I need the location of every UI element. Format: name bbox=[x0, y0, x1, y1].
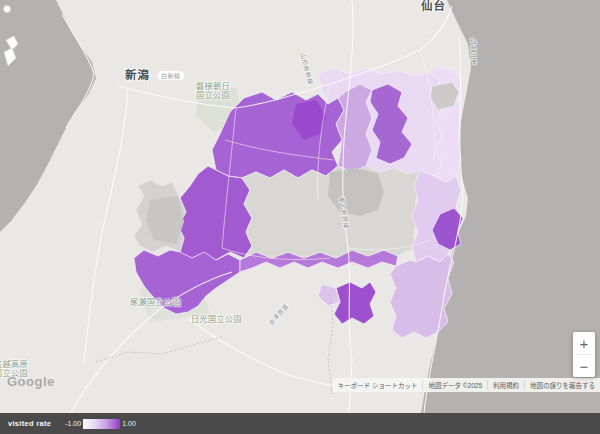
legend-gradient bbox=[83, 419, 120, 429]
map-data-copyright: 地図データ ©2025 bbox=[422, 380, 487, 390]
attribution-bar: キーボード ショートカット 地図データ ©2025 利用規約 地図の誤りを報告す… bbox=[333, 378, 600, 392]
zoom-out-button[interactable]: − bbox=[573, 355, 595, 377]
island-dot bbox=[4, 6, 11, 13]
zoom-in-button[interactable]: + bbox=[573, 332, 595, 354]
google-logo[interactable]: Google bbox=[7, 374, 55, 389]
legend-min-value: -1.00 bbox=[65, 420, 81, 427]
map-art bbox=[0, 0, 600, 413]
keyboard-shortcuts-link[interactable]: キーボード ショートカット bbox=[333, 380, 423, 390]
legend-max-value: 1.00 bbox=[122, 420, 136, 427]
region-se-bright[interactable] bbox=[334, 282, 376, 324]
terms-link[interactable]: 利用規約 bbox=[487, 380, 524, 390]
app-window: 仙台 新潟 白新線 磐梯朝日国立公園 尾瀬国立公園 日光国立公園 信越高原国立公… bbox=[0, 0, 600, 434]
legend-bar: visited rate -1.00 1.00 bbox=[0, 413, 600, 434]
report-error-link[interactable]: 地図の誤りを報告する bbox=[524, 380, 600, 390]
map-canvas[interactable]: 仙台 新潟 白新線 磐梯朝日国立公園 尾瀬国立公園 日光国立公園 信越高原国立公… bbox=[0, 0, 600, 413]
zoom-control: + − bbox=[573, 332, 595, 377]
legend-title: visited rate bbox=[8, 419, 51, 428]
region-ne-medium[interactable] bbox=[336, 84, 372, 172]
